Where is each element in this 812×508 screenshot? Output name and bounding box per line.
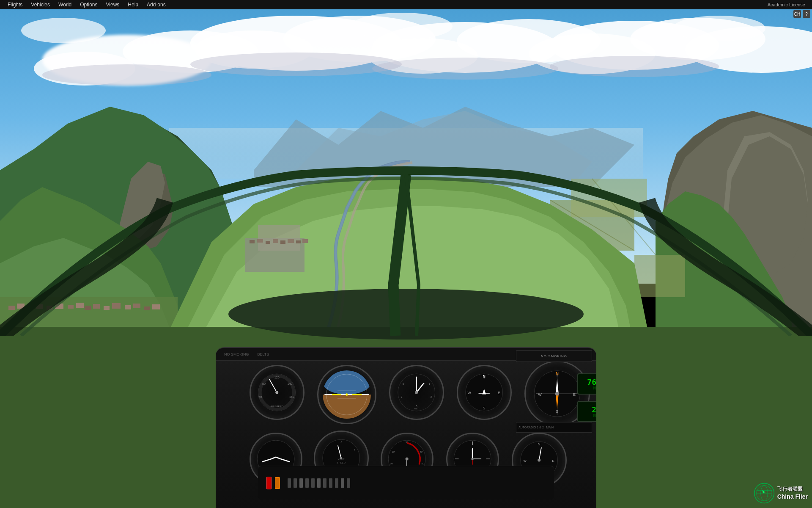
- svg-text:AIRSPEED: AIRSPEED: [271, 405, 284, 408]
- ch-icon[interactable]: CH: [793, 10, 801, 18]
- menu-flights[interactable]: Flights: [3, 1, 27, 8]
- flight-viewport: NO SMOKING BELTS 120: [0, 9, 812, 508]
- svg-text:N: N: [538, 442, 540, 446]
- svg-point-167: [538, 458, 540, 461]
- svg-text:1: 1: [354, 448, 356, 451]
- menu-options[interactable]: Options: [76, 1, 102, 8]
- menu-world[interactable]: World: [54, 1, 76, 8]
- svg-line-82: [269, 379, 277, 392]
- svg-text:W: W: [468, 391, 472, 395]
- svg-point-125: [555, 392, 559, 395]
- cockpit-panel: NO SMOKING BELTS 120: [0, 209, 812, 508]
- watermark-text: 飞行者联盟 China Flier: [777, 486, 808, 500]
- svg-text:140: 140: [288, 382, 293, 385]
- svg-text:E: E: [573, 392, 576, 396]
- top-right-controls: CH ?: [793, 9, 812, 19]
- license-label: Academic License: [768, 2, 809, 7]
- svg-text:10: 10: [392, 450, 395, 453]
- svg-point-103: [415, 391, 418, 394]
- help-icon[interactable]: ?: [803, 10, 810, 18]
- menu-vehicles[interactable]: Vehicles: [27, 1, 54, 8]
- svg-point-83: [275, 391, 278, 394]
- svg-text:1: 1: [429, 382, 431, 385]
- svg-marker-22: [296, 111, 592, 187]
- svg-text:20: 20: [390, 462, 393, 465]
- menubar: Flights Vehicles World Options Views Hel…: [0, 0, 812, 9]
- instrument-panel: NO SMOKING BELTS 120: [216, 347, 596, 508]
- svg-text:2: 2: [340, 440, 342, 443]
- menu-addons[interactable]: Add-ons: [143, 1, 170, 8]
- menu-help[interactable]: Help: [123, 1, 143, 8]
- svg-text:W: W: [524, 459, 527, 463]
- svg-text:160: 160: [289, 395, 294, 398]
- watermark-logo-icon: [754, 483, 775, 504]
- svg-point-142: [340, 457, 342, 459]
- svg-point-160: [471, 458, 473, 460]
- svg-text:7: 7: [401, 395, 403, 398]
- svg-text:8: 8: [403, 382, 404, 385]
- svg-text:E: E: [498, 391, 500, 395]
- svg-line-102: [417, 383, 424, 392]
- svg-text:ALT: ALT: [414, 407, 419, 410]
- digital-display-1: 76.9: [587, 378, 596, 387]
- svg-text:50: 50: [421, 462, 424, 465]
- menu-views[interactable]: Views: [102, 1, 124, 8]
- svg-point-92: [346, 393, 348, 395]
- svg-text:2: 2: [431, 395, 432, 398]
- svg-text:SPEED: SPEED: [337, 461, 346, 464]
- digital-display-2: 29: [592, 405, 596, 414]
- watermark: 飞行者联盟 China Flier: [754, 483, 808, 504]
- svg-text:120: 120: [274, 376, 280, 379]
- svg-text:S: S: [483, 406, 486, 410]
- svg-text:40: 40: [420, 450, 422, 453]
- svg-point-151: [406, 458, 409, 461]
- svg-text:60: 60: [259, 395, 262, 398]
- svg-text:W: W: [538, 392, 542, 396]
- svg-text:E: E: [552, 459, 554, 463]
- svg-text:80: 80: [262, 382, 266, 385]
